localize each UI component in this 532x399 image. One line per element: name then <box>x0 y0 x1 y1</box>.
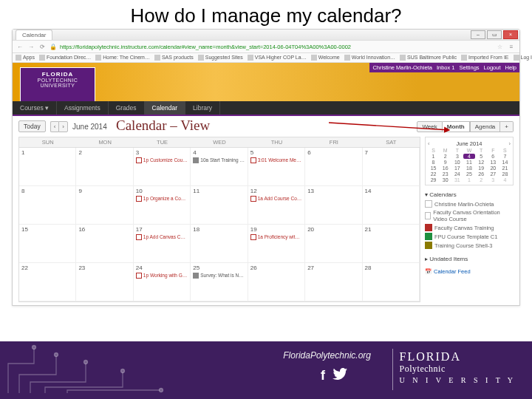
mini-day[interactable]: 23 <box>440 171 451 177</box>
back-button[interactable]: ← <box>16 42 24 51</box>
calendar-cell[interactable]: 241p Working with Grades and… <box>134 263 191 301</box>
mini-next-button[interactable]: › <box>508 140 511 147</box>
mini-day[interactable]: 31 <box>451 177 463 183</box>
calendar-cell[interactable]: 1 <box>19 148 76 186</box>
mini-day[interactable]: 13 <box>488 160 499 165</box>
bookmark-item[interactable]: Log In to Canvas <box>514 55 533 61</box>
bookmark-star-icon[interactable]: ☆ <box>495 42 504 51</box>
mini-day[interactable]: 11 <box>463 160 474 165</box>
calendar-cell[interactable]: 2 <box>76 148 133 186</box>
forward-button[interactable]: → <box>27 42 35 51</box>
mini-day[interactable]: 2 <box>440 154 451 159</box>
calendar-cell[interactable]: 121a Add Course Content <box>248 186 305 225</box>
settings-link[interactable]: Settings <box>460 64 480 71</box>
bookmark-item[interactable]: Home: The Cinem… <box>95 55 150 61</box>
mini-day[interactable]: 3 <box>488 177 499 183</box>
calendar-cell[interactable]: 7 <box>363 148 420 186</box>
view-month[interactable]: Month <box>443 121 470 132</box>
calendar-event[interactable]: 1p Customize Course <box>136 157 188 163</box>
mini-day[interactable]: 16 <box>440 166 451 171</box>
mini-day[interactable]: 10 <box>451 160 463 165</box>
calendar-cell[interactable]: 26 <box>248 263 305 301</box>
nav-calendar[interactable]: Calendar <box>145 101 186 115</box>
calendars-toggle[interactable]: ▾ Calendars <box>425 190 514 200</box>
mini-day[interactable]: 9 <box>440 160 451 165</box>
nav-library[interactable]: Library <box>185 101 220 115</box>
prev-month-button[interactable]: ‹ <box>50 121 59 132</box>
reload-button[interactable]: ⟳ <box>38 42 47 51</box>
nav-grades[interactable]: Grades <box>109 101 145 115</box>
calendar-event[interactable]: 3:01 Welcome Message <box>250 157 302 163</box>
minimize-button[interactable]: – <box>471 30 485 39</box>
inbox-link[interactable]: Inbox 1 <box>437 64 455 71</box>
mini-day[interactable]: 29 <box>428 177 439 183</box>
calendar-cell[interactable]: 25Survey: What is Next Too… <box>191 263 248 301</box>
calendar-event[interactable]: 1a Add Course Content <box>250 196 302 202</box>
calendar-cell[interactable]: 31p Customize Course <box>134 148 191 186</box>
calendar-cell[interactable]: 11 <box>191 186 248 225</box>
bookmark-item[interactable]: SUS Baltimore Public <box>400 55 457 61</box>
mini-prev-button[interactable]: ‹ <box>428 140 430 147</box>
calendar-cell[interactable]: 171p Add Canvas Content <box>134 225 191 263</box>
logout-link[interactable]: Logout <box>484 64 501 71</box>
address-bar[interactable]: https://floridapolytechnic.instructure.c… <box>60 44 493 50</box>
calendar-event[interactable]: 1p Add Canvas Content <box>136 234 188 240</box>
calendar-cell[interactable]: 15 <box>19 225 76 263</box>
mini-day[interactable]: 25 <box>463 171 474 177</box>
mini-day[interactable]: 27 <box>488 171 499 177</box>
mini-day[interactable]: 1 <box>463 177 474 183</box>
bookmark-item[interactable]: Suggested Sites <box>198 55 243 61</box>
mini-day[interactable]: 28 <box>499 171 511 177</box>
twitter-icon[interactable] <box>332 368 347 383</box>
bookmark-item[interactable]: VSA Higher COP La… <box>248 55 307 61</box>
maximize-button[interactable]: ▭ <box>487 30 502 39</box>
mini-day[interactable]: 14 <box>499 160 511 165</box>
mini-day[interactable]: 30 <box>440 177 451 183</box>
mini-day[interactable]: 7 <box>499 154 511 159</box>
mini-day[interactable]: 15 <box>428 166 439 171</box>
calendar-event[interactable]: 1a Proficiency with Grades and Analytic … <box>250 234 302 240</box>
mini-day[interactable]: 17 <box>451 166 463 171</box>
chrome-menu-icon[interactable]: ≡ <box>506 42 516 51</box>
calendar-event[interactable]: Survey: What is Next Too… <box>193 273 245 279</box>
today-button[interactable]: Today <box>18 120 46 132</box>
mini-day[interactable]: 20 <box>488 166 499 171</box>
view-agenda[interactable]: Agenda <box>470 121 501 132</box>
mini-day[interactable]: 21 <box>499 166 511 171</box>
site-logo[interactable]: FLORIDA POLYTECHNIC UNIVERSITY <box>20 67 95 103</box>
mini-day[interactable]: 26 <box>476 171 487 177</box>
bookmark-item[interactable]: Apps <box>16 55 35 61</box>
calendar-cell[interactable]: 16 <box>76 225 133 263</box>
bookmark-item[interactable]: Imported From IE <box>461 55 508 61</box>
user-name[interactable]: Christine Marlin-Ochieta <box>372 64 432 71</box>
calendar-cell[interactable]: 14 <box>363 186 420 225</box>
calendar-cell[interactable]: 191a Proficiency with Grades and Analyti… <box>248 225 305 263</box>
mini-day[interactable]: 3 <box>451 154 463 159</box>
calendar-cell[interactable]: 9 <box>76 186 133 225</box>
bookmark-item[interactable]: World Innovation… <box>344 55 395 61</box>
legend-item[interactable]: Faculty Canvas Orientation Video Course <box>425 208 514 223</box>
calendar-cell[interactable]: 23 <box>76 263 133 301</box>
mini-day[interactable]: 5 <box>476 154 487 159</box>
add-event-button[interactable]: + <box>500 121 514 132</box>
calendar-event[interactable]: 1p Organize a Course <box>136 196 188 202</box>
calendar-cell[interactable]: 20 <box>305 225 362 263</box>
calendar-cell[interactable]: 21 <box>363 225 420 263</box>
mini-day[interactable]: 2 <box>476 177 487 183</box>
legend-item[interactable]: Training Course Shell-3 <box>425 241 514 250</box>
browser-tab[interactable]: Calendar <box>16 30 52 40</box>
legend-item[interactable]: Christine Marlin-Ochieta <box>425 200 514 208</box>
facebook-icon[interactable]: f <box>321 368 325 383</box>
view-week[interactable]: Week <box>417 121 442 132</box>
next-month-button[interactable]: › <box>58 121 68 132</box>
mini-day[interactable]: 24 <box>451 171 463 177</box>
calendar-cell[interactable]: 410a Start Training Course Shell-3 <box>191 148 248 186</box>
mini-day[interactable]: 19 <box>476 166 487 171</box>
nav-assignments[interactable]: Assignments <box>57 101 109 115</box>
mini-day[interactable]: 4 <box>463 154 474 159</box>
undated-toggle[interactable]: ▸ Undated Items <box>425 254 514 264</box>
nav-courses[interactable]: Courses ▾ <box>13 101 57 115</box>
mini-day[interactable]: 6 <box>488 154 499 159</box>
mini-day[interactable]: 18 <box>463 166 474 171</box>
calendar-cell[interactable]: 6 <box>305 148 362 186</box>
